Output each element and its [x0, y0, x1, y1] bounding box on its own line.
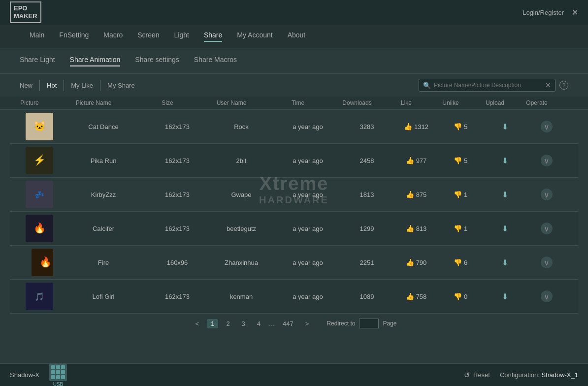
tab-share-macros[interactable]: Share Macros	[194, 56, 237, 66]
filter-bar: New Hot My Like My Share 🔍 ✕ ?	[0, 74, 588, 96]
reset-button[interactable]: ↺ Reset	[464, 371, 490, 380]
page-label: Page	[383, 320, 396, 327]
row5-download-button[interactable]: ⬇	[502, 258, 508, 267]
nav-item-macro[interactable]: Macro	[103, 31, 123, 42]
login-register-label[interactable]: Login/Register	[523, 9, 564, 16]
table-body: 🐱 Cat Dance 162x173 Rock a year ago 3283…	[0, 110, 588, 314]
svg-text:🔥: 🔥	[33, 222, 46, 234]
row2-likes: 977	[416, 157, 427, 164]
row6-expand-button[interactable]: ∨	[541, 290, 553, 302]
usb-cell	[61, 370, 65, 374]
row5-thumb: 🔥	[26, 249, 53, 276]
page-next-button[interactable]: >	[301, 319, 313, 328]
unlike-icon: 👎	[454, 191, 462, 198]
filter-myshare[interactable]: My Share	[100, 80, 142, 91]
row2-downloads: 2458	[340, 157, 394, 164]
nav-item-about[interactable]: About	[288, 31, 306, 42]
nav-item-main[interactable]: Main	[30, 31, 44, 42]
row1-unlikes: 5	[464, 123, 467, 130]
row4-name: Calcifer	[59, 225, 148, 232]
row3-download-button[interactable]: ⬇	[502, 191, 508, 199]
row3-expand-button[interactable]: ∨	[541, 189, 553, 200]
page-1-button[interactable]: 1	[207, 319, 218, 328]
row5-likes: 790	[416, 259, 427, 266]
row4-size: 162x173	[148, 225, 207, 232]
nav-bar: Main FnSetting Macro Screen Light Share …	[0, 25, 588, 48]
nav-item-myaccount[interactable]: My Account	[237, 31, 272, 42]
redirect-area: Redirect to Page	[327, 319, 396, 328]
row1-time: a year ago	[276, 123, 340, 130]
table-row: 🐱 Cat Dance 162x173 Rock a year ago 3283…	[10, 110, 578, 144]
row1-expand-button[interactable]: ∨	[541, 121, 553, 132]
tab-share-animation[interactable]: Share Animation	[70, 56, 121, 66]
row4-time: a year ago	[276, 225, 340, 232]
usb-cell	[51, 370, 55, 374]
row4-likes: 813	[416, 225, 427, 232]
row3-thumb: 💤	[26, 181, 53, 208]
help-icon[interactable]: ?	[559, 81, 568, 90]
nav-item-fnsetting[interactable]: FnSetting	[59, 31, 89, 42]
page-2-button[interactable]: 2	[222, 319, 233, 328]
row6-likes: 758	[416, 293, 427, 300]
row6-name: Lofi Girl	[59, 293, 148, 300]
page-prev-button[interactable]: <	[192, 319, 203, 328]
usb-cell	[51, 365, 55, 369]
filter-new[interactable]: New	[20, 80, 40, 91]
sub-tabs: Share Light Share Animation Share settin…	[0, 48, 588, 74]
col-upload: Upload	[473, 99, 517, 106]
like-icon: 👍	[406, 157, 414, 164]
row1-user: Rock	[207, 123, 276, 130]
logo-area: EPO MAKER	[10, 1, 41, 23]
search-clear-icon[interactable]: ✕	[545, 81, 551, 89]
row4-unlikes: 1	[464, 225, 467, 232]
row4-expand-button[interactable]: ∨	[541, 223, 553, 234]
nav-item-screen[interactable]: Screen	[137, 31, 159, 42]
pagination: < 1 2 3 4 … 447 > Redirect to Page	[0, 314, 588, 333]
row1-name: Cat Dance	[59, 123, 148, 130]
device-name: Shadow-X	[10, 371, 39, 379]
table-header: Picture Picture Name Size User Name Time…	[0, 96, 588, 110]
row6-download-button[interactable]: ⬇	[502, 292, 508, 301]
col-operate: Operate	[517, 99, 556, 106]
title-right: Login/Register ✕	[523, 8, 578, 17]
tab-share-settings[interactable]: Share settings	[135, 56, 179, 66]
page-3-button[interactable]: 3	[238, 319, 249, 328]
row6-user: kenman	[207, 293, 276, 300]
row2-expand-button[interactable]: ∨	[541, 155, 553, 166]
usb-icon-area[interactable]: USB	[49, 363, 67, 386]
table-row: 🔥 Fire 160x96 Zhanxinhua a year ago 2251…	[10, 246, 578, 280]
row4-thumb: 🔥	[26, 215, 53, 242]
table-row: 🎵 Lofi Girl 162x173 kenman a year ago 10…	[10, 280, 578, 314]
nav-item-light[interactable]: Light	[174, 31, 189, 42]
usb-cell	[56, 375, 60, 379]
search-input[interactable]	[434, 82, 542, 89]
page-4-button[interactable]: 4	[253, 319, 264, 328]
usb-cell	[51, 375, 55, 379]
row5-downloads: 2251	[340, 259, 394, 266]
row1-likes: 1312	[414, 123, 428, 130]
filter-mylike[interactable]: My Like	[64, 80, 100, 91]
search-icon: 🔍	[423, 82, 431, 89]
filter-hot[interactable]: Hot	[40, 80, 64, 91]
unlike-icon: 👎	[454, 225, 462, 232]
page-number-input[interactable]	[359, 319, 379, 328]
row5-size: 160x96	[148, 259, 207, 266]
like-icon: 👍	[406, 258, 414, 266]
row1-size: 162x173	[148, 123, 207, 130]
svg-text:🔥: 🔥	[39, 256, 52, 268]
row1-download-button[interactable]: ⬇	[502, 123, 508, 131]
title-bar: EPO MAKER Login/Register ✕	[0, 0, 588, 25]
row1-downloads: 3283	[340, 123, 394, 130]
nav-item-share[interactable]: Share	[204, 31, 222, 42]
row2-size: 162x173	[148, 157, 207, 164]
page-last-button[interactable]: 447	[279, 319, 297, 328]
row4-download-button[interactable]: ⬇	[502, 225, 508, 233]
row3-unlikes: 1	[464, 191, 467, 198]
row2-download-button[interactable]: ⬇	[502, 157, 508, 165]
row5-expand-button[interactable]: ∨	[541, 257, 553, 268]
usb-cell	[56, 370, 60, 374]
svg-text:💤: 💤	[34, 190, 44, 199]
row5-name: Fire	[59, 259, 148, 266]
tab-share-light[interactable]: Share Light	[20, 56, 55, 66]
close-button[interactable]: ✕	[572, 8, 578, 17]
